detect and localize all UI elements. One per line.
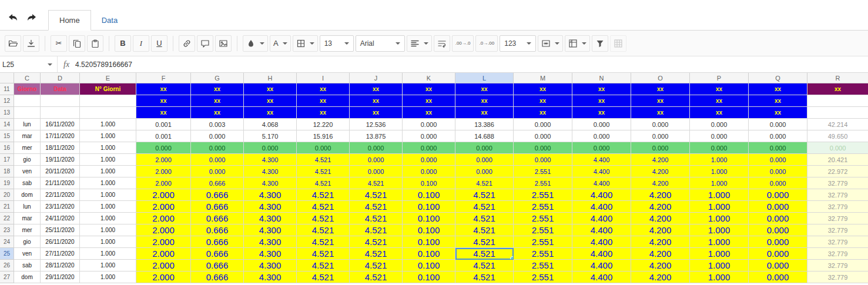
cell-M13[interactable]: xx [514, 107, 572, 119]
cell-C22[interactable]: mar [14, 213, 41, 224]
cell-M18[interactable]: 2.551 [514, 166, 572, 177]
cell-O23[interactable]: 4.200 [631, 224, 690, 236]
cell-M15[interactable]: 0.000 [514, 130, 572, 142]
column-header-K[interactable]: K [403, 73, 455, 83]
cell-I24[interactable]: 4.521 [297, 236, 350, 248]
cell-C25[interactable]: ven [14, 248, 41, 260]
cell-P25[interactable]: 1.000 [690, 248, 749, 260]
cell-K19[interactable]: 0.100 [403, 177, 455, 189]
cell-I16[interactable]: 0.000 [297, 142, 350, 154]
cell-D27[interactable]: 29/11/2020 [41, 271, 80, 283]
cell-K20[interactable]: 0.100 [403, 189, 455, 201]
tab-home[interactable]: Home [48, 10, 91, 31]
undo-button[interactable] [7, 12, 19, 22]
cell-R11[interactable]: xx [807, 83, 868, 95]
cell-P24[interactable]: 1.000 [690, 236, 749, 248]
cell-N13[interactable]: xx [572, 107, 631, 119]
cell-C17[interactable]: gio [14, 154, 41, 166]
cell-G26[interactable]: 0.666 [191, 260, 244, 271]
cell-L22[interactable]: 4.521 [455, 213, 514, 224]
row-header-16[interactable]: 16 [0, 142, 14, 154]
cell-L19[interactable]: 4.521 [455, 177, 514, 189]
cell-D25[interactable]: 27/11/2020 [41, 248, 80, 260]
open-button[interactable] [5, 35, 21, 52]
cell-L26[interactable]: 4.521 [455, 260, 514, 271]
cell-P17[interactable]: 1.000 [690, 154, 749, 166]
cell-O16[interactable]: 0.000 [631, 142, 690, 154]
cell-G11[interactable]: xx [191, 83, 244, 95]
name-box[interactable]: L25 [0, 56, 58, 72]
cell-D11[interactable]: Data [41, 83, 80, 95]
row-header-23[interactable]: 23 [0, 224, 14, 236]
cell-I14[interactable]: 12.220 [297, 119, 350, 130]
cell-E17[interactable]: 1.000 [80, 154, 136, 166]
selected-cell[interactable]: 4.521 [455, 248, 514, 260]
cell-R25[interactable]: 32.779 [807, 248, 868, 260]
cell-H18[interactable]: 4.300 [244, 166, 297, 177]
cell-L23[interactable]: 4.521 [455, 224, 514, 236]
cell-O14[interactable]: 0.000 [631, 119, 690, 130]
cell-R22[interactable]: 32.779 [807, 213, 868, 224]
row-header-14[interactable]: 14 [0, 119, 14, 130]
column-header-E[interactable]: E [80, 73, 136, 83]
row-header-22[interactable]: 22 [0, 213, 14, 224]
row-header-24[interactable]: 24 [0, 236, 14, 248]
cell-O24[interactable]: 4.200 [631, 236, 690, 248]
cell-O21[interactable]: 4.200 [631, 201, 690, 213]
cell-L16[interactable]: 0.000 [455, 142, 514, 154]
cell-N20[interactable]: 4.400 [572, 189, 631, 201]
align-button[interactable] [407, 35, 432, 52]
cell-Q25[interactable]: 0.000 [749, 248, 807, 260]
cell-G22[interactable]: 0.666 [191, 213, 244, 224]
cell-P21[interactable]: 1.000 [690, 201, 749, 213]
cell-F17[interactable]: 2.000 [136, 154, 191, 166]
cell-C13[interactable] [14, 107, 41, 119]
cell-R15[interactable]: 49.650 [807, 130, 868, 142]
cell-C21[interactable]: lun [14, 201, 41, 213]
cell-Q20[interactable]: 0.000 [749, 189, 807, 201]
row-header-18[interactable]: 18 [0, 166, 14, 177]
cell-E20[interactable]: 1.000 [80, 189, 136, 201]
cell-J12[interactable]: xx [350, 95, 403, 107]
cell-H25[interactable]: 4.300 [244, 248, 297, 260]
cell-E19[interactable]: 1.000 [80, 177, 136, 189]
column-header-I[interactable]: I [297, 73, 350, 83]
cell-K11[interactable]: xx [403, 83, 455, 95]
cell-D20[interactable]: 22/11/2020 [41, 189, 80, 201]
cell-J19[interactable]: 4.521 [350, 177, 403, 189]
tab-data[interactable]: Data [91, 10, 128, 30]
cell-P26[interactable]: 1.000 [690, 260, 749, 271]
cell-O19[interactable]: 4.200 [631, 177, 690, 189]
cell-G27[interactable]: 0.666 [191, 271, 244, 283]
cell-M22[interactable]: 2.551 [514, 213, 572, 224]
cell-C11[interactable]: Giorno [14, 83, 41, 95]
cell-G13[interactable]: xx [191, 107, 244, 119]
cell-R17[interactable]: 20.421 [807, 154, 868, 166]
cell-N14[interactable]: 0.000 [572, 119, 631, 130]
cell-M11[interactable]: xx [514, 83, 572, 95]
cell-J26[interactable]: 4.521 [350, 260, 403, 271]
cell-Q22[interactable]: 0.000 [749, 213, 807, 224]
cell-R26[interactable]: 32.779 [807, 260, 868, 271]
cell-O22[interactable]: 4.200 [631, 213, 690, 224]
cell-C12[interactable] [14, 95, 41, 107]
cell-I12[interactable]: xx [297, 95, 350, 107]
cell-H21[interactable]: 4.300 [244, 201, 297, 213]
cell-H13[interactable]: xx [244, 107, 297, 119]
cell-E26[interactable]: 1.000 [80, 260, 136, 271]
column-header-F[interactable]: F [136, 73, 191, 83]
cell-Q21[interactable]: 0.000 [749, 201, 807, 213]
cell-O27[interactable]: 4.200 [631, 271, 690, 283]
row-header-20[interactable]: 20 [0, 189, 14, 201]
cell-H15[interactable]: 5.170 [244, 130, 297, 142]
cell-H11[interactable]: xx [244, 83, 297, 95]
cell-H16[interactable]: 0.000 [244, 142, 297, 154]
cell-D13[interactable] [41, 107, 80, 119]
cell-H27[interactable]: 4.300 [244, 271, 297, 283]
cell-N26[interactable]: 4.400 [572, 260, 631, 271]
cell-C14[interactable]: lun [14, 119, 41, 130]
fill-color-button[interactable] [243, 35, 268, 52]
cell-C20[interactable]: dom [14, 189, 41, 201]
column-header-G[interactable]: G [191, 73, 244, 83]
cell-O18[interactable]: 4.200 [631, 166, 690, 177]
